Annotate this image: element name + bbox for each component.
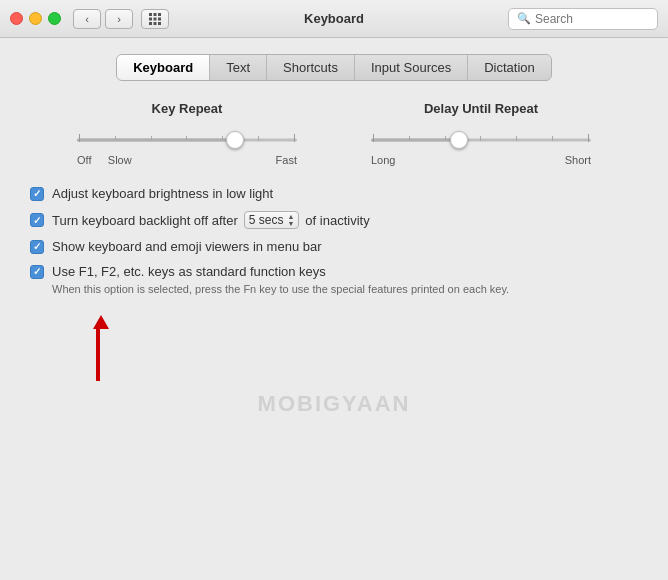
tabs-container: Keyboard Text Shortcuts Input Sources Di… [20,54,648,81]
delay-until-repeat-group: Delay Until Repeat Long Short [371,101,591,166]
search-icon: 🔍 [517,12,531,25]
titlebar: ‹ › Keyboard 🔍 [0,0,668,38]
checkbox-emoji-label: Show keyboard and emoji viewers in menu … [52,239,322,254]
delay-max-label: Short [565,154,591,166]
search-input[interactable] [535,12,649,26]
nav-buttons: ‹ › [73,9,133,29]
main-content: Keyboard Text Shortcuts Input Sources Di… [0,38,668,580]
key-repeat-min-label: Off [77,154,91,166]
svg-rect-4 [154,17,157,20]
checkbox-fn-label: Use F1, F2, etc. keys as standard functi… [52,264,326,279]
fn-key-note: When this option is selected, press the … [52,283,638,295]
forward-button[interactable]: › [105,9,133,29]
delay-min-label: Long [371,154,395,166]
checkbox-fn[interactable] [30,265,44,279]
svg-rect-1 [154,13,157,16]
sliders-section: Key Repeat Off [20,101,648,166]
svg-rect-5 [158,17,161,20]
key-repeat-group: Key Repeat Off [77,101,297,166]
key-repeat-slider-thumb[interactable] [226,131,244,149]
window-title: Keyboard [304,11,364,26]
checkbox-backlight-row: Turn keyboard backlight off after 5 secs… [30,211,638,229]
select-arrows-icon: ▲ ▼ [287,213,294,227]
tab-text[interactable]: Text [210,55,267,80]
watermark: MOBIGYAAN [20,391,648,417]
checkbox-brightness[interactable] [30,187,44,201]
tab-shortcuts[interactable]: Shortcuts [267,55,355,80]
inactivity-select[interactable]: 5 secs ▲ ▼ [244,211,300,229]
key-repeat-slow-label: Slow [108,154,132,166]
annotation-area [20,311,648,381]
checkbox-brightness-row: Adjust keyboard brightness in low light [30,186,638,201]
checkbox-fn-row: Use F1, F2, etc. keys as standard functi… [30,264,638,279]
checkboxes-section: Adjust keyboard brightness in low light … [20,186,648,295]
tab-keyboard[interactable]: Keyboard [117,55,210,80]
svg-rect-0 [149,13,152,16]
delay-until-repeat-slider-thumb[interactable] [450,131,468,149]
traffic-lights [10,12,61,25]
svg-rect-8 [158,22,161,25]
inactivity-select-value: 5 secs [249,213,284,227]
inactivity-suffix: of inactivity [305,213,369,228]
checkbox-backlight[interactable] [30,213,44,227]
svg-rect-6 [149,22,152,25]
back-button[interactable]: ‹ [73,9,101,29]
key-repeat-max-label: Fast [276,154,297,166]
svg-rect-7 [154,22,157,25]
delay-until-repeat-label: Delay Until Repeat [424,101,538,116]
svg-rect-2 [158,13,161,16]
svg-rect-3 [149,17,152,20]
tab-dictation[interactable]: Dictation [468,55,551,80]
checkbox-backlight-label: Turn keyboard backlight off after [52,213,238,228]
checkbox-emoji[interactable] [30,240,44,254]
minimize-button[interactable] [29,12,42,25]
inactivity-row: Turn keyboard backlight off after 5 secs… [52,211,370,229]
search-box[interactable]: 🔍 [508,8,658,30]
checkbox-emoji-row: Show keyboard and emoji viewers in menu … [30,239,638,254]
checkbox-brightness-label: Adjust keyboard brightness in low light [52,186,273,201]
close-button[interactable] [10,12,23,25]
maximize-button[interactable] [48,12,61,25]
tab-group: Keyboard Text Shortcuts Input Sources Di… [116,54,552,81]
grid-button[interactable] [141,9,169,29]
tab-input-sources[interactable]: Input Sources [355,55,468,80]
key-repeat-label: Key Repeat [152,101,223,116]
red-arrow [90,315,109,381]
